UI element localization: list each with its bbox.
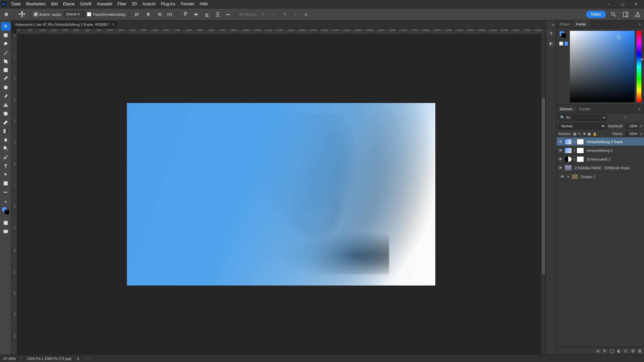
layer-name[interactable]: Verlaufsfüllung 2 Kopie <box>585 140 643 144</box>
align-right-icon[interactable] <box>155 10 163 19</box>
lasso-tool[interactable] <box>1 40 10 48</box>
panel-menu-icon[interactable]: ≡ <box>635 20 644 28</box>
menu-schrift[interactable]: Schrift <box>77 0 94 8</box>
path-selection-tool[interactable] <box>1 171 10 179</box>
color-field-cursor[interactable] <box>617 36 621 39</box>
scrollbar-thumb[interactable] <box>542 98 545 274</box>
layer-name[interactable]: Verlaufsfüllung 2 <box>585 148 643 153</box>
move-tool-icon[interactable] <box>18 10 26 19</box>
history-panel-icon[interactable]: ◔ <box>548 30 554 37</box>
panel-collapse-icon[interactable]: ◂◂ <box>551 23 556 26</box>
layer-filter-dropdown[interactable]: 🔍 Art ▾ <box>558 114 607 121</box>
window-maximize-button[interactable]: ▢ <box>616 1 629 7</box>
filter-type-icon[interactable]: T <box>623 115 628 120</box>
filter-adjust-icon[interactable] <box>616 115 621 120</box>
menu-hilfe[interactable]: Hilfe <box>197 0 211 8</box>
lock-transparent-icon[interactable]: ▦ <box>573 132 576 136</box>
chevron-down-icon[interactable]: ▾ <box>641 125 642 128</box>
lock-artboard-icon[interactable]: ▣ <box>588 132 591 136</box>
magic-wand-tool[interactable] <box>1 49 10 57</box>
brush-tool[interactable] <box>1 92 10 100</box>
menu-filter[interactable]: Filter <box>115 0 129 8</box>
tab-paths[interactable]: Pfade <box>556 20 573 28</box>
layer-name[interactable]: Schwarzweiß 1 <box>585 157 643 161</box>
link-layers-icon[interactable]: ⇄ <box>596 349 600 353</box>
distribute-v-icon[interactable] <box>213 10 222 19</box>
move-tool[interactable] <box>1 22 10 31</box>
align-left-icon[interactable] <box>133 10 142 19</box>
layer-row[interactable]: 👁𝟾Verlaufsfüllung 2 <box>556 146 644 155</box>
frame-tool[interactable] <box>1 66 10 74</box>
layer-thumbnail[interactable] <box>565 147 572 154</box>
window-close-button[interactable]: ✕ <box>629 1 643 7</box>
chevron-down-icon[interactable]: ▾ <box>641 132 642 135</box>
shape-tool[interactable] <box>1 179 10 187</box>
menu-bild[interactable]: Bild <box>48 0 60 8</box>
layer-visibility-toggle[interactable]: 👁 <box>558 166 563 170</box>
layer-row[interactable]: 👁27b0480a7f4882…82990c0e Kopie <box>556 164 644 172</box>
ruler-horizontal[interactable]: 0501001502002503003504004505005506006507… <box>17 28 545 34</box>
fill-input[interactable] <box>625 131 639 136</box>
align-center-v-icon[interactable] <box>192 10 201 19</box>
auto-select-target-dropdown[interactable]: Ebene ▾ <box>64 11 86 17</box>
align-top-icon[interactable] <box>181 10 190 19</box>
color-field[interactable] <box>570 31 635 102</box>
menu-datei[interactable]: Datei <box>9 0 23 8</box>
hue-slider-thumb[interactable] <box>641 58 643 61</box>
adjustment-layer-icon[interactable]: ◐ <box>617 349 621 353</box>
share-button[interactable]: Teilen <box>586 11 606 18</box>
layer-visibility-toggle[interactable]: 👁 <box>558 148 563 153</box>
type-tool[interactable] <box>1 162 10 170</box>
tab-layers[interactable]: Ebenen <box>556 105 576 113</box>
quick-mask-icon[interactable] <box>1 219 10 227</box>
gradient-tool[interactable] <box>1 127 10 135</box>
tab-color[interactable]: Farbe <box>573 20 589 28</box>
eraser-tool[interactable] <box>1 118 10 126</box>
layer-fx-icon[interactable]: fx <box>603 349 606 353</box>
menu-3d[interactable]: 3D <box>129 0 140 8</box>
layer-row[interactable]: 👁𝟾Verlaufsfüllung 2 Kopie <box>556 137 644 146</box>
new-layer-icon[interactable]: ⊞ <box>631 349 635 353</box>
menu-ansicht[interactable]: Ansicht <box>140 0 158 8</box>
layer-row[interactable]: 👁▸Gruppe 1 <box>556 172 644 181</box>
menu-plug-ins[interactable]: Plug-ins <box>158 0 178 8</box>
lock-pixels-icon[interactable]: ✎ <box>578 132 581 136</box>
hue-slider[interactable] <box>637 31 641 102</box>
background-color[interactable] <box>4 209 10 215</box>
doc-info-chevron-icon[interactable]: ❯ <box>77 357 79 360</box>
align-center-h-icon[interactable] <box>144 10 153 19</box>
layer-thumbnail[interactable] <box>565 156 572 162</box>
pen-tool[interactable] <box>1 153 10 161</box>
layer-visibility-toggle[interactable]: 👁 <box>558 157 563 162</box>
layer-group-icon[interactable]: 🗀 <box>624 349 628 353</box>
color-panel-swatches[interactable] <box>559 31 567 38</box>
more-options-icon[interactable]: ••• <box>223 10 232 19</box>
screen-mode-icon[interactable] <box>1 228 10 236</box>
filter-pixel-icon[interactable] <box>609 115 614 120</box>
clone-stamp-tool[interactable] <box>1 101 10 109</box>
status-next-icon[interactable]: › <box>90 357 91 361</box>
transform-controls-checkbox[interactable]: Transformationsstrg. <box>87 12 126 16</box>
layer-link-icon[interactable]: 𝟾 <box>573 148 575 153</box>
menu-fenster[interactable]: Fenster <box>178 0 197 8</box>
layer-thumbnail[interactable] <box>565 139 572 145</box>
layer-thumbnail[interactable] <box>565 165 572 171</box>
window-minimize-button[interactable]: ─ <box>602 1 616 7</box>
dodge-tool[interactable] <box>1 144 10 153</box>
menu-auswahl[interactable]: Auswahl <box>94 0 115 8</box>
filter-shape-icon[interactable] <box>630 115 635 120</box>
tab-close-icon[interactable]: × <box>112 22 114 27</box>
canvas-area[interactable] <box>17 34 545 355</box>
layer-mask-thumbnail[interactable] <box>577 139 584 145</box>
layer-visibility-toggle[interactable]: 👁 <box>560 174 565 179</box>
layer-mask-thumbnail[interactable] <box>577 156 584 162</box>
layer-row[interactable]: 👁𝟾Schwarzweiß 1 <box>556 155 644 164</box>
web-safe-swatch[interactable] <box>565 42 568 46</box>
menu-ebene[interactable]: Ebene <box>60 0 77 8</box>
layer-mask-thumbnail[interactable] <box>577 147 584 154</box>
lock-all-icon[interactable]: 🔒 <box>593 132 597 136</box>
layer-mask-icon[interactable]: ◯ <box>609 349 614 353</box>
ruler-vertical[interactable]: 01234567891011121314 <box>11 34 17 355</box>
opacity-input[interactable] <box>625 124 639 129</box>
zoom-readout[interactable]: 47,46% <box>3 357 16 361</box>
